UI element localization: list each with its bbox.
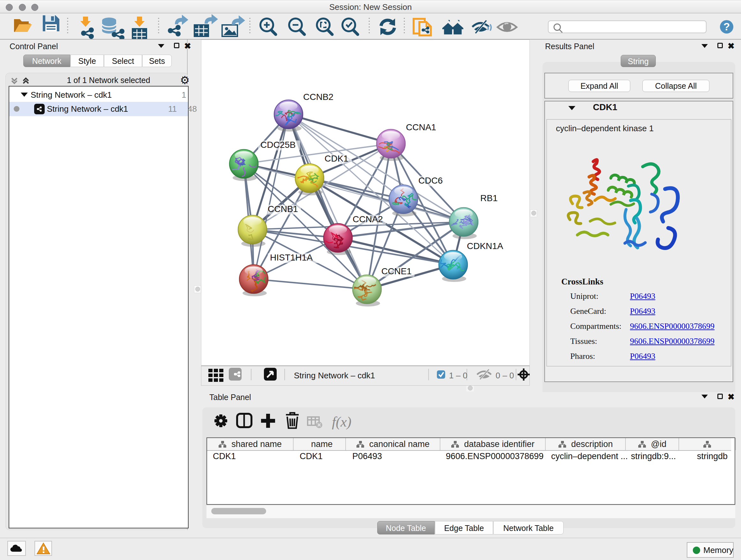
svg-text:CCNB2: CCNB2: [303, 92, 333, 102]
svg-text:f(x): f(x): [332, 414, 351, 430]
svg-text:CDC25B: CDC25B: [260, 140, 295, 150]
svg-text:CDK1: CDK1: [325, 153, 348, 164]
svg-text:CDKN1A: CDKN1A: [467, 241, 503, 251]
svg-text:CCNE1: CCNE1: [381, 266, 412, 276]
svg-text:CCNA2: CCNA2: [353, 214, 383, 224]
svg-text:CCNB1: CCNB1: [268, 204, 298, 214]
svg-text:CDC6: CDC6: [418, 176, 443, 186]
svg-text:RB1: RB1: [480, 193, 497, 203]
svg-text:HIST1H1A: HIST1H1A: [270, 253, 313, 262]
svg-text:CCNA1: CCNA1: [406, 122, 436, 132]
